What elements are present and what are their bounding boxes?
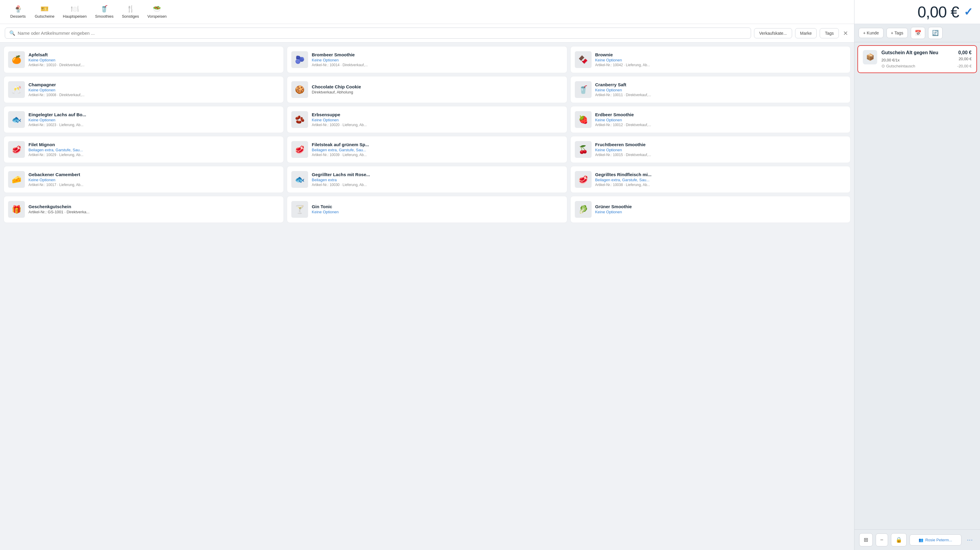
product-image: 🎁 — [8, 201, 25, 218]
nav-item-sonstiges[interactable]: 🍴 Sonstiges — [118, 3, 143, 21]
product-image: 🍊 — [8, 51, 25, 68]
calendar-icon-button[interactable]: 📅 — [911, 27, 925, 39]
product-image: 🥩 — [291, 141, 308, 158]
product-name: Geschenkgutschein — [29, 204, 279, 209]
search-input[interactable] — [18, 30, 746, 36]
nav-item-vorspeisen[interactable]: 🥗 Vorspeisen — [144, 3, 170, 21]
product-options: Keine Optionen — [595, 88, 846, 92]
minus-button[interactable]: − — [876, 534, 888, 547]
grid-view-button[interactable]: ⊞ — [859, 533, 873, 547]
product-meta: Artikel-Nr.: 10030 · Lieferung, Ab... — [312, 183, 563, 187]
user-button[interactable]: 👥 Rosie Peterm... — [910, 534, 961, 545]
product-info: Gegrilltes Rindfleisch mi... Beilagen ex… — [595, 172, 846, 187]
product-name: Brownie — [595, 52, 846, 57]
product-card[interactable]: 🥩 Filet Mignon Beilagen extra, Garstufe,… — [3, 136, 284, 163]
product-name: Gin Tonic — [312, 204, 563, 209]
product-name: Apfelsaft — [29, 52, 279, 57]
nav-label-hauptspeisen: Hauptspeisen — [63, 14, 87, 19]
confirm-icon[interactable]: ✓ — [964, 6, 973, 18]
product-image: 🥩 — [575, 171, 592, 188]
filter-verkaufskate[interactable]: Verkaufskate... — [754, 28, 792, 38]
product-meta: Artikel-Nr.: 10038 · Lieferung, Ab... — [595, 183, 846, 187]
product-image: 🧀 — [8, 171, 25, 188]
product-card[interactable]: 🥩 Gegrilltes Rindfleisch mi... Beilagen … — [570, 166, 851, 193]
product-info: Eingelegter Lachs auf Bo... Keine Option… — [29, 112, 279, 127]
product-card[interactable]: 🎁 Geschenkgutschein Artikel-Nr.: GS-1001… — [3, 196, 284, 223]
product-name: Cranberry Saft — [595, 82, 846, 87]
product-card[interactable]: 🐟 Gegrillter Lachs mit Rose... Beilagen … — [287, 166, 567, 193]
nav-icon-gutscheine: 🎫 — [40, 5, 49, 13]
product-name: Erbsensuppe — [312, 112, 563, 117]
product-options: Beilagen extra, Garstufe, Sau... — [312, 148, 563, 152]
product-card[interactable]: 🥬 Grüner Smoothie Keine Optionen — [570, 196, 851, 223]
product-image: 🍪 — [291, 81, 308, 98]
search-icon: 🔍 — [9, 30, 15, 36]
product-name: Gegrillter Lachs mit Rose... — [312, 172, 563, 177]
product-meta: Artikel-Nr.: 10023 · Lieferung, Ab... — [29, 123, 279, 127]
nav-item-desserts[interactable]: 🍨 Desserts — [6, 3, 30, 21]
order-item[interactable]: 📦 Gutschein Alt gegen Neu 0,00 € 20,00 €… — [858, 45, 977, 73]
nav-item-smoothies[interactable]: 🥤 Smoothies — [91, 3, 117, 21]
order-item-qty-price: 20,00 € — [959, 57, 972, 61]
product-card[interactable]: 🍫 Brownie Keine Optionen Artikel-Nr.: 10… — [570, 46, 851, 73]
clear-search-button[interactable]: ✕ — [842, 29, 850, 38]
product-info: Fruchtbeeren Smoothie Keine Optionen Art… — [595, 142, 846, 157]
nav-label-smoothies: Smoothies — [95, 14, 113, 19]
product-image: 🍸 — [291, 201, 308, 218]
product-info: Gegrillter Lachs mit Rose... Beilagen ex… — [312, 172, 563, 187]
more-options-button[interactable]: ⋯ — [964, 534, 975, 546]
nav-item-gutscheine[interactable]: 🎫 Gutscheine — [31, 3, 58, 21]
product-card[interactable]: 🥩 Filetsteak auf grünem Sp... Beilagen e… — [287, 136, 567, 163]
product-info: Erbsensuppe Keine Optionen Artikel-Nr.: … — [312, 112, 563, 127]
nav-label-gutscheine: Gutscheine — [35, 14, 54, 19]
product-card[interactable]: 🧀 Gebackener Camembert Keine Optionen Ar… — [3, 166, 284, 193]
filter-tags[interactable]: Tags — [820, 28, 839, 38]
discount-amount: -20,00 € — [957, 64, 972, 68]
product-info: Gin Tonic Keine Optionen — [312, 204, 563, 215]
product-card[interactable]: 🍸 Gin Tonic Keine Optionen — [287, 196, 567, 223]
order-item-name: Gutschein Alt gegen Neu — [881, 50, 939, 56]
product-options: Keine Optionen — [29, 118, 279, 122]
transfer-icon-button[interactable]: 🔄 — [928, 27, 943, 39]
product-options: Keine Optionen — [595, 148, 846, 152]
product-card[interactable]: 🐟 Eingelegter Lachs auf Bo... Keine Opti… — [3, 106, 284, 133]
product-name: Eingelegter Lachs auf Bo... — [29, 112, 279, 117]
product-card[interactable]: 🥤 Cranberry Saft Keine Optionen Artikel-… — [570, 76, 851, 103]
total-section: 0,00 € ✓ — [854, 0, 980, 24]
nav-item-hauptspeisen[interactable]: 🍽️ Hauptspeisen — [59, 3, 91, 21]
filter-marke[interactable]: Marke — [795, 28, 817, 38]
product-options: Beilagen extra, Garstufe, Sau... — [29, 148, 279, 152]
product-name: Erdbeer Smoothie — [595, 112, 846, 117]
product-card[interactable]: 🍪 Chocolate Chip Cookie Direktverkauf, A… — [287, 76, 567, 103]
product-meta: Artikel-Nr.: 10014 · Direktverkauf,... — [312, 63, 563, 67]
product-card[interactable]: 🍊 Apfelsaft Keine Optionen Artikel-Nr.: … — [3, 46, 284, 73]
product-options: Keine Optionen — [595, 58, 846, 62]
product-info: Geschenkgutschein Artikel-Nr.: GS-1001 ·… — [29, 204, 279, 215]
product-card[interactable]: 🥂 Champagner Keine Optionen Artikel-Nr.:… — [3, 76, 284, 103]
product-card[interactable]: 🍒 Fruchtbeeren Smoothie Keine Optionen A… — [570, 136, 851, 163]
product-info: Grüner Smoothie Keine Optionen — [595, 204, 846, 215]
product-image: 🍒 — [575, 141, 592, 158]
product-card[interactable]: 🫘 Erbsensuppe Keine Optionen Artikel-Nr.… — [287, 106, 567, 133]
user-icon: 👥 — [919, 538, 923, 542]
product-info: Filet Mignon Beilagen extra, Garstufe, S… — [29, 142, 279, 157]
order-item-qty: 20,00 €/1x — [881, 58, 900, 62]
right-top-bar: + Kunde + Tags 📅 🔄 — [854, 24, 980, 42]
product-name: Gebackener Camembert — [29, 172, 279, 177]
product-meta: Artikel-Nr.: 10039 · Lieferung, Ab... — [312, 153, 563, 157]
product-image: 🐟 — [291, 171, 308, 188]
product-image: 🍓 — [575, 111, 592, 128]
search-input-wrap[interactable]: 🔍 — [5, 27, 751, 39]
product-name: Filetsteak auf grünem Sp... — [312, 142, 563, 147]
product-options: Keine Optionen — [595, 210, 846, 214]
product-meta: Artikel-Nr.: 10010 · Direktverkauf,... — [29, 63, 279, 67]
product-card[interactable]: 🍓 Erdbeer Smoothie Keine Optionen Artike… — [570, 106, 851, 133]
lock-button[interactable]: 🔒 — [891, 533, 907, 547]
tags-button[interactable]: + Tags — [886, 28, 908, 38]
product-name: Filet Mignon — [29, 142, 279, 147]
package-icon: 📦 — [866, 53, 874, 61]
discount-icon: ⊙ — [881, 64, 885, 68]
kunde-button[interactable]: + Kunde — [859, 28, 883, 38]
product-card[interactable]: 🫐 Brombeer Smoothie Keine Optionen Artik… — [287, 46, 567, 73]
product-info: Filetsteak auf grünem Sp... Beilagen ext… — [312, 142, 563, 157]
